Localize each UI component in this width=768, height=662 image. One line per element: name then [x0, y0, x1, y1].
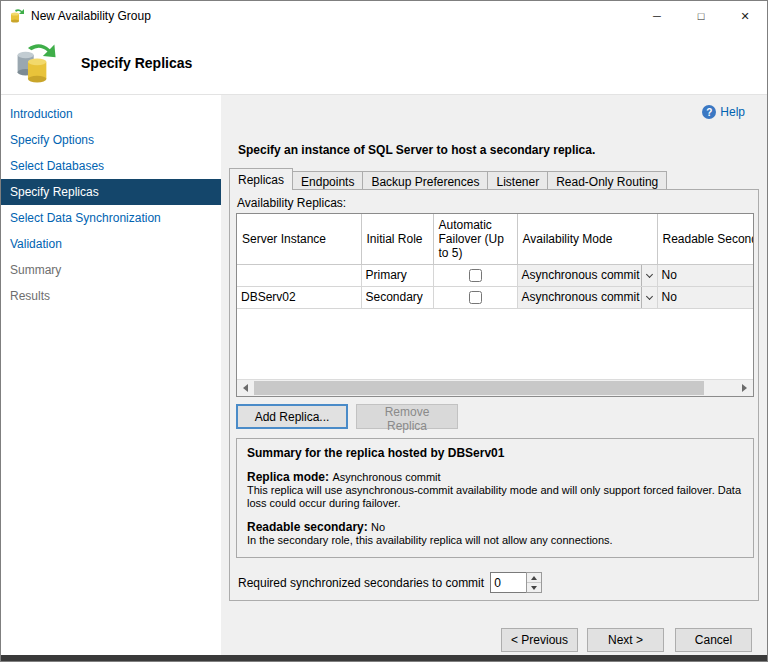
spinner-buttons — [526, 572, 542, 593]
chevron-down-icon — [641, 287, 657, 308]
sidebar-item-validation[interactable]: Validation — [1, 231, 221, 257]
summary-title: Summary for the replica hosted by DBServ… — [247, 446, 743, 460]
horizontal-scrollbar — [237, 379, 753, 396]
col-initial-role: Initial Role — [361, 214, 433, 264]
spinner-up-button[interactable] — [527, 573, 541, 582]
scroll-right-arrow[interactable] — [736, 380, 753, 396]
scroll-left-arrow[interactable] — [237, 380, 254, 396]
cell-readable-dbserv02: No — [657, 286, 753, 308]
scrollbar-thumb[interactable] — [254, 381, 704, 395]
grid-header-row: Server Instance Initial Role Automatic F… — [237, 214, 753, 264]
cell-failover-dbserv02 — [433, 286, 517, 308]
maximize-button[interactable]: □ — [679, 1, 723, 31]
main-pane: ? Help Specify an instance of SQL Server… — [221, 95, 767, 655]
wizard-window: New Availability Group ─ □ ✕ Specify Rep… — [0, 0, 768, 662]
page-instruction: Specify an instance of SQL Server to hos… — [238, 143, 595, 157]
table-row-dbserv01: DBServ01 Primary Asynchronous commit — [237, 264, 753, 286]
col-availability-mode: Availability Mode — [517, 214, 657, 264]
availability-replicas-grid: Server Instance Initial Role Automatic F… — [236, 213, 754, 397]
cell-failover-dbserv01 — [433, 264, 517, 286]
availability-mode-dropdown-dbserv01[interactable]: Asynchronous commit — [518, 265, 657, 286]
replica-mode-value: Asynchronous commit — [332, 471, 440, 483]
cell-role-dbserv02[interactable]: Secondary — [361, 286, 433, 308]
window-title: New Availability Group — [31, 9, 151, 23]
readable-secondary-value: No — [371, 521, 385, 533]
spinner-down-button[interactable] — [527, 582, 541, 592]
readable-secondary-description: In the secondary role, this availability… — [247, 534, 743, 547]
availability-group-app-icon — [9, 8, 25, 24]
wizard-header: Specify Replicas — [1, 31, 767, 95]
tab-strip: Replicas Endpoints Backup Preferences Li… — [229, 169, 666, 190]
tab-endpoints[interactable]: Endpoints — [292, 171, 363, 190]
required-secondaries-row: Required synchronized secondaries to com… — [238, 572, 542, 593]
page-title: Specify Replicas — [81, 55, 192, 71]
cell-server-dbserv02[interactable]: DBServ02 — [237, 286, 361, 308]
sidebar-item-results: Results — [1, 283, 221, 309]
sidebar-item-specify-options[interactable]: Specify Options — [1, 127, 221, 153]
cell-mode-dbserv01: Asynchronous commit — [517, 264, 657, 286]
window-controls: ─ □ ✕ — [635, 1, 767, 31]
automatic-failover-checkbox-dbserv02[interactable] — [469, 291, 482, 304]
col-automatic-failover: Automatic Failover (Up to 5) — [433, 214, 517, 264]
readable-secondary-dropdown-dbserv02[interactable]: No — [658, 287, 754, 308]
required-secondaries-label: Required synchronized secondaries to com… — [238, 576, 484, 590]
titlebar: New Availability Group ─ □ ✕ — [1, 1, 767, 31]
required-secondaries-input[interactable] — [490, 572, 526, 593]
sidebar-item-summary: Summary — [1, 257, 221, 283]
cell-server-dbserv01[interactable]: DBServ01 — [237, 264, 361, 286]
wizard-navigation-buttons: < Previous Next > Cancel — [501, 628, 752, 652]
tab-backup-preferences[interactable]: Backup Preferences — [362, 171, 488, 190]
col-server-instance: Server Instance — [237, 214, 361, 264]
help-icon: ? — [702, 105, 716, 119]
grid-caption: Availability Replicas: — [237, 196, 346, 210]
next-button[interactable]: Next > — [587, 628, 664, 652]
sidebar-item-select-data-synchronization[interactable]: Select Data Synchronization — [1, 205, 221, 231]
scrollbar-track[interactable] — [254, 380, 736, 396]
readable-secondary-label: Readable secondary: — [247, 520, 368, 534]
tab-replicas[interactable]: Replicas — [229, 168, 293, 190]
automatic-failover-checkbox-dbserv01[interactable] — [469, 269, 482, 282]
tab-read-only-routing[interactable]: Read-Only Routing — [547, 171, 667, 190]
minimize-button[interactable]: ─ — [635, 1, 679, 31]
availability-mode-dropdown-dbserv02[interactable]: Asynchronous commit — [518, 287, 657, 308]
previous-button[interactable]: < Previous — [501, 628, 578, 652]
grid-empty-area — [237, 309, 753, 380]
close-button[interactable]: ✕ — [723, 1, 767, 31]
table-row-dbserv02: DBServ02 Secondary Asynchronous commit — [237, 286, 753, 308]
remove-replica-button[interactable]: Remove Replica — [356, 404, 458, 429]
sidebar-item-select-databases[interactable]: Select Databases — [1, 153, 221, 179]
cell-mode-dbserv02: Asynchronous commit — [517, 286, 657, 308]
add-replica-button[interactable]: Add Replica... — [236, 404, 348, 429]
replicas-tab-page: Availability Replicas: Server Instance I… — [229, 189, 759, 601]
wizard-body: Introduction Specify Options Select Data… — [1, 95, 767, 655]
cell-role-dbserv01[interactable]: Primary — [361, 264, 433, 286]
readable-secondary-dropdown-dbserv01[interactable]: No — [658, 265, 754, 286]
sidebar-item-specify-replicas[interactable]: Specify Replicas — [1, 179, 221, 205]
chevron-down-icon — [641, 265, 657, 286]
col-readable-secondary: Readable Secondar — [657, 214, 753, 264]
bottom-edge-strip — [1, 655, 767, 661]
cell-readable-dbserv01: No — [657, 264, 753, 286]
replica-mode-label: Replica mode: — [247, 470, 329, 484]
wizard-steps-sidebar: Introduction Specify Options Select Data… — [1, 95, 221, 655]
replica-summary-panel: Summary for the replica hosted by DBServ… — [236, 438, 754, 558]
replica-mode-description: This replica will use asynchronous-commi… — [247, 484, 743, 510]
availability-group-header-icon — [13, 40, 59, 86]
tab-listener[interactable]: Listener — [487, 171, 548, 190]
sidebar-item-introduction[interactable]: Introduction — [1, 101, 221, 127]
help-link[interactable]: ? Help — [702, 105, 745, 119]
cancel-button[interactable]: Cancel — [675, 628, 752, 652]
help-label: Help — [720, 105, 745, 119]
